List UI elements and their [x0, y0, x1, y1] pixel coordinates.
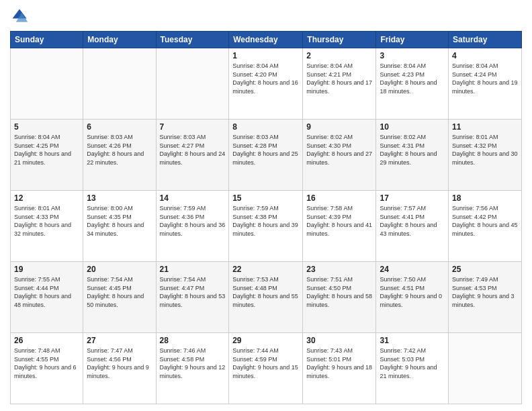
day-number: 27 [87, 336, 152, 345]
table-row: 4Sunrise: 8:04 AM Sunset: 4:24 PM Daylig… [449, 48, 522, 120]
day-info: Sunrise: 7:58 AM Sunset: 4:39 PM Dayligh… [306, 204, 372, 238]
calendar-week-row: 26Sunrise: 7:48 AM Sunset: 4:55 PM Dayli… [11, 333, 522, 404]
day-number: 24 [380, 265, 445, 274]
day-number: 6 [87, 122, 152, 132]
table-row: 25Sunrise: 7:49 AM Sunset: 4:53 PM Dayli… [449, 262, 522, 333]
day-number: 17 [380, 193, 445, 203]
table-row: 19Sunrise: 7:55 AM Sunset: 4:44 PM Dayli… [11, 262, 83, 333]
table-row [156, 48, 229, 120]
day-number: 31 [380, 336, 445, 345]
day-info: Sunrise: 7:51 AM Sunset: 4:50 PM Dayligh… [306, 275, 372, 309]
day-info: Sunrise: 7:48 AM Sunset: 4:55 PM Dayligh… [14, 347, 79, 380]
table-row: 23Sunrise: 7:51 AM Sunset: 4:50 PM Dayli… [303, 262, 376, 333]
table-row: 31Sunrise: 7:42 AM Sunset: 5:03 PM Dayli… [376, 333, 449, 404]
day-number: 4 [452, 51, 518, 60]
col-tuesday: Tuesday [156, 32, 229, 48]
table-row [11, 48, 83, 120]
day-number: 14 [160, 193, 226, 203]
day-number: 1 [232, 51, 299, 60]
day-info: Sunrise: 8:01 AM Sunset: 4:32 PM Dayligh… [452, 133, 518, 167]
calendar-page: Sunday Monday Tuesday Wednesday Thursday… [0, 0, 532, 411]
table-row [449, 333, 522, 404]
day-number: 13 [87, 193, 152, 203]
table-row: 6Sunrise: 8:03 AM Sunset: 4:26 PM Daylig… [83, 120, 156, 191]
day-number: 18 [452, 193, 518, 203]
col-friday: Friday [376, 32, 449, 48]
day-number: 28 [160, 336, 226, 345]
calendar-header-row: Sunday Monday Tuesday Wednesday Thursday… [11, 32, 522, 48]
day-info: Sunrise: 8:04 AM Sunset: 4:23 PM Dayligh… [380, 62, 445, 95]
day-info: Sunrise: 8:03 AM Sunset: 4:26 PM Dayligh… [87, 133, 152, 167]
col-saturday: Saturday [449, 32, 522, 48]
header [10, 7, 522, 26]
table-row: 16Sunrise: 7:58 AM Sunset: 4:39 PM Dayli… [303, 191, 376, 262]
day-info: Sunrise: 7:42 AM Sunset: 5:03 PM Dayligh… [380, 347, 445, 380]
day-info: Sunrise: 8:04 AM Sunset: 4:25 PM Dayligh… [14, 133, 79, 167]
col-sunday: Sunday [11, 32, 83, 48]
day-info: Sunrise: 8:01 AM Sunset: 4:33 PM Dayligh… [14, 204, 79, 238]
table-row: 28Sunrise: 7:46 AM Sunset: 4:58 PM Dayli… [156, 333, 229, 404]
day-info: Sunrise: 7:47 AM Sunset: 4:56 PM Dayligh… [87, 347, 152, 380]
table-row: 17Sunrise: 7:57 AM Sunset: 4:41 PM Dayli… [376, 191, 449, 262]
day-info: Sunrise: 7:49 AM Sunset: 4:53 PM Dayligh… [452, 275, 518, 309]
day-info: Sunrise: 7:56 AM Sunset: 4:42 PM Dayligh… [452, 204, 518, 238]
day-info: Sunrise: 7:46 AM Sunset: 4:58 PM Dayligh… [160, 347, 226, 380]
table-row: 20Sunrise: 7:54 AM Sunset: 4:45 PM Dayli… [83, 262, 156, 333]
day-number: 23 [306, 265, 372, 274]
day-info: Sunrise: 8:02 AM Sunset: 4:31 PM Dayligh… [380, 133, 445, 167]
logo [10, 7, 32, 26]
day-info: Sunrise: 7:54 AM Sunset: 4:45 PM Dayligh… [87, 275, 152, 309]
calendar-week-row: 12Sunrise: 8:01 AM Sunset: 4:33 PM Dayli… [11, 191, 522, 262]
day-number: 12 [14, 193, 79, 203]
table-row: 3Sunrise: 8:04 AM Sunset: 4:23 PM Daylig… [376, 48, 449, 120]
table-row: 8Sunrise: 8:03 AM Sunset: 4:28 PM Daylig… [229, 120, 303, 191]
day-info: Sunrise: 8:00 AM Sunset: 4:35 PM Dayligh… [87, 204, 152, 238]
table-row: 11Sunrise: 8:01 AM Sunset: 4:32 PM Dayli… [449, 120, 522, 191]
calendar-week-row: 5Sunrise: 8:04 AM Sunset: 4:25 PM Daylig… [11, 120, 522, 191]
day-number: 19 [14, 265, 79, 274]
table-row: 7Sunrise: 8:03 AM Sunset: 4:27 PM Daylig… [156, 120, 229, 191]
day-number: 9 [306, 122, 372, 132]
col-wednesday: Wednesday [229, 32, 303, 48]
day-info: Sunrise: 7:54 AM Sunset: 4:47 PM Dayligh… [160, 275, 226, 309]
calendar-week-row: 19Sunrise: 7:55 AM Sunset: 4:44 PM Dayli… [11, 262, 522, 333]
day-info: Sunrise: 8:04 AM Sunset: 4:21 PM Dayligh… [306, 62, 372, 95]
table-row: 1Sunrise: 8:04 AM Sunset: 4:20 PM Daylig… [229, 48, 303, 120]
day-info: Sunrise: 8:04 AM Sunset: 4:24 PM Dayligh… [452, 62, 518, 95]
day-number: 16 [306, 193, 372, 203]
day-info: Sunrise: 7:53 AM Sunset: 4:48 PM Dayligh… [232, 275, 299, 309]
table-row: 22Sunrise: 7:53 AM Sunset: 4:48 PM Dayli… [229, 262, 303, 333]
logo-icon [10, 7, 29, 26]
day-number: 7 [160, 122, 226, 132]
day-info: Sunrise: 7:44 AM Sunset: 4:59 PM Dayligh… [232, 347, 299, 380]
table-row: 12Sunrise: 8:01 AM Sunset: 4:33 PM Dayli… [11, 191, 83, 262]
table-row [83, 48, 156, 120]
day-info: Sunrise: 7:50 AM Sunset: 4:51 PM Dayligh… [380, 275, 445, 309]
day-info: Sunrise: 7:55 AM Sunset: 4:44 PM Dayligh… [14, 275, 79, 309]
table-row: 27Sunrise: 7:47 AM Sunset: 4:56 PM Dayli… [83, 333, 156, 404]
calendar-week-row: 1Sunrise: 8:04 AM Sunset: 4:20 PM Daylig… [11, 48, 522, 120]
day-number: 30 [306, 336, 372, 345]
col-thursday: Thursday [303, 32, 376, 48]
table-row: 10Sunrise: 8:02 AM Sunset: 4:31 PM Dayli… [376, 120, 449, 191]
day-info: Sunrise: 7:43 AM Sunset: 5:01 PM Dayligh… [306, 347, 372, 380]
day-info: Sunrise: 8:04 AM Sunset: 4:20 PM Dayligh… [232, 62, 299, 95]
table-row: 14Sunrise: 7:59 AM Sunset: 4:36 PM Dayli… [156, 191, 229, 262]
day-number: 15 [232, 193, 299, 203]
table-row: 15Sunrise: 7:59 AM Sunset: 4:38 PM Dayli… [229, 191, 303, 262]
day-number: 21 [160, 265, 226, 274]
day-number: 20 [87, 265, 152, 274]
table-row: 24Sunrise: 7:50 AM Sunset: 4:51 PM Dayli… [376, 262, 449, 333]
col-monday: Monday [83, 32, 156, 48]
day-number: 10 [380, 122, 445, 132]
table-row: 26Sunrise: 7:48 AM Sunset: 4:55 PM Dayli… [11, 333, 83, 404]
table-row: 5Sunrise: 8:04 AM Sunset: 4:25 PM Daylig… [11, 120, 83, 191]
table-row: 21Sunrise: 7:54 AM Sunset: 4:47 PM Dayli… [156, 262, 229, 333]
day-info: Sunrise: 7:57 AM Sunset: 4:41 PM Dayligh… [380, 204, 445, 238]
table-row: 30Sunrise: 7:43 AM Sunset: 5:01 PM Dayli… [303, 333, 376, 404]
table-row: 2Sunrise: 8:04 AM Sunset: 4:21 PM Daylig… [303, 48, 376, 120]
day-number: 8 [232, 122, 299, 132]
day-number: 22 [232, 265, 299, 274]
day-number: 2 [306, 51, 372, 60]
day-number: 29 [232, 336, 299, 345]
